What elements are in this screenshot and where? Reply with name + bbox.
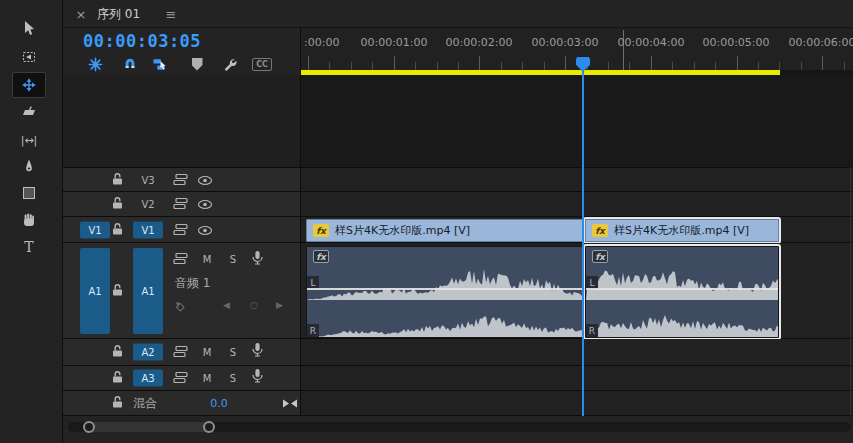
- track-header-a3: A3 M S: [63, 366, 300, 390]
- audio-clip-2[interactable]: fx L R: [585, 246, 779, 338]
- toggle-track-output-icon[interactable]: [197, 170, 213, 189]
- linked-selection-icon[interactable]: [149, 55, 171, 73]
- clip-label: 样S片4K无水印版.mp4 [V]: [335, 220, 470, 241]
- track-content-master[interactable]: [300, 391, 853, 415]
- master-volume-value[interactable]: 0.0: [201, 397, 237, 410]
- next-keyframe-icon[interactable]: ▶: [276, 300, 283, 310]
- ruler-tick: [415, 62, 416, 70]
- toggle-track-output-icon[interactable]: [197, 195, 213, 214]
- lock-icon[interactable]: [112, 170, 123, 189]
- rectangle-tool[interactable]: [12, 180, 46, 206]
- horizontal-scrollbar-track[interactable]: [68, 422, 851, 432]
- track-content-a1[interactable]: fx L R fx L R: [300, 243, 853, 338]
- audio-clip-1[interactable]: fx L R: [306, 246, 583, 338]
- voiceover-record-icon[interactable]: [252, 251, 263, 270]
- playhead-timecode[interactable]: 00:00:03:05: [83, 31, 201, 51]
- fx-badge-icon[interactable]: fx: [592, 224, 608, 237]
- video-clip-1[interactable]: fx 样S片4K无水印版.mp4 [V]: [306, 219, 583, 242]
- voiceover-record-icon[interactable]: [252, 369, 263, 388]
- track-target-v1-button[interactable]: V1: [133, 221, 163, 238]
- track-name-a1[interactable]: 音频 1: [175, 275, 210, 292]
- track-header-v2: V2: [63, 192, 300, 216]
- sync-lock-icon[interactable]: [173, 343, 188, 362]
- audio-waveform: [586, 247, 779, 338]
- add-marker-icon[interactable]: [186, 55, 208, 73]
- track-content-v1[interactable]: fx 样S片4K无水印版.mp4 [V] fx 样S片4K无水印版.mp4 [V…: [300, 217, 853, 242]
- ruler-label: 00:00:05:00: [702, 36, 769, 49]
- lock-icon[interactable]: [112, 281, 123, 300]
- snap-magnet-icon[interactable]: [119, 55, 141, 73]
- sync-lock-icon[interactable]: [173, 170, 188, 189]
- lock-icon[interactable]: [112, 220, 123, 239]
- hand-tool[interactable]: [12, 207, 46, 233]
- sync-lock-icon[interactable]: [173, 369, 188, 388]
- ruler-label: 00:00:02:00: [445, 36, 512, 49]
- track-header-v1: V1 V1: [63, 217, 300, 242]
- ruler-tick: [329, 62, 330, 70]
- previous-keyframe-icon[interactable]: ◀: [223, 300, 230, 310]
- ruler-label: :00:00: [304, 36, 339, 49]
- ruler-tick: [437, 62, 438, 70]
- slip-tool[interactable]: |↔|: [12, 127, 46, 153]
- track-content-a3[interactable]: [300, 366, 853, 390]
- nest-sequences-icon[interactable]: [84, 55, 106, 73]
- sequence-tab[interactable]: 序列 01: [97, 0, 140, 28]
- type-tool[interactable]: T: [12, 234, 46, 260]
- tab-close-icon[interactable]: ×: [73, 0, 89, 28]
- track-header-v3: V3: [63, 168, 300, 191]
- lock-icon[interactable]: [112, 394, 123, 413]
- zoom-handle-left[interactable]: [83, 421, 95, 433]
- volume-rubber-band[interactable]: [586, 288, 778, 290]
- solo-track-button[interactable]: S: [226, 373, 240, 384]
- sync-lock-icon[interactable]: [173, 220, 188, 239]
- track-content-a2[interactable]: [300, 339, 853, 365]
- pen-tool[interactable]: [12, 153, 46, 179]
- fx-badge-icon[interactable]: fx: [592, 250, 608, 263]
- mute-track-button[interactable]: M: [200, 254, 214, 265]
- ruler-tick: [801, 62, 802, 70]
- ruler-tick: [715, 62, 716, 70]
- selection-tool[interactable]: [12, 15, 46, 41]
- source-patch-v1-button[interactable]: V1: [80, 221, 110, 238]
- add-keyframe-icon[interactable]: ○: [250, 300, 258, 310]
- toggle-track-output-icon[interactable]: [197, 220, 213, 239]
- solo-track-button[interactable]: S: [226, 347, 240, 358]
- mute-track-button[interactable]: M: [200, 373, 214, 384]
- header-content-divider: [300, 28, 301, 416]
- ruler-tick: [394, 56, 395, 70]
- ruler-tick: [737, 56, 738, 70]
- track-content-v3[interactable]: [300, 168, 853, 191]
- ruler-label: 00:00:01:00: [360, 36, 427, 49]
- track-target-a3-button[interactable]: A3: [133, 370, 163, 387]
- track-header-a2: A2 M S: [63, 339, 300, 365]
- collapse-all-tracks-icon[interactable]: [282, 394, 298, 413]
- voiceover-record-icon[interactable]: [252, 343, 263, 362]
- panel-menu-icon[interactable]: ≡: [163, 0, 179, 28]
- lock-icon[interactable]: [112, 369, 123, 388]
- ruler-tick: [522, 62, 523, 70]
- timeline-scroll-area: [63, 416, 853, 443]
- track-select-backward-tool[interactable]: [12, 44, 46, 70]
- track-target-v3[interactable]: V3: [133, 174, 163, 185]
- lock-icon[interactable]: [112, 343, 123, 362]
- fx-badge-icon[interactable]: fx: [313, 250, 329, 263]
- sync-lock-icon[interactable]: [173, 195, 188, 214]
- video-clip-2[interactable]: fx 样S片4K无水印版.mp4 [V]: [585, 219, 779, 242]
- solo-track-button[interactable]: S: [226, 254, 240, 265]
- empty-content: [300, 75, 853, 167]
- mute-track-button[interactable]: M: [200, 347, 214, 358]
- zoom-handle-right[interactable]: [203, 421, 215, 433]
- razor-tool[interactable]: [12, 100, 46, 126]
- lock-icon[interactable]: [112, 195, 123, 214]
- fx-badge-icon[interactable]: fx: [313, 224, 329, 237]
- sync-lock-icon[interactable]: [173, 250, 188, 269]
- track-target-v2[interactable]: V2: [133, 199, 163, 210]
- ripple-edit-tool[interactable]: [12, 72, 46, 98]
- track-content-v2[interactable]: [300, 192, 853, 216]
- horizontal-scrollbar-thumb[interactable]: [84, 422, 214, 432]
- volume-rubber-band[interactable]: [307, 288, 582, 290]
- track-target-a2-button[interactable]: A2: [133, 344, 163, 361]
- timeline-display-settings-icon[interactable]: [218, 55, 240, 73]
- ruler-tick: [372, 62, 373, 70]
- captions-icon[interactable]: CC: [251, 55, 273, 73]
